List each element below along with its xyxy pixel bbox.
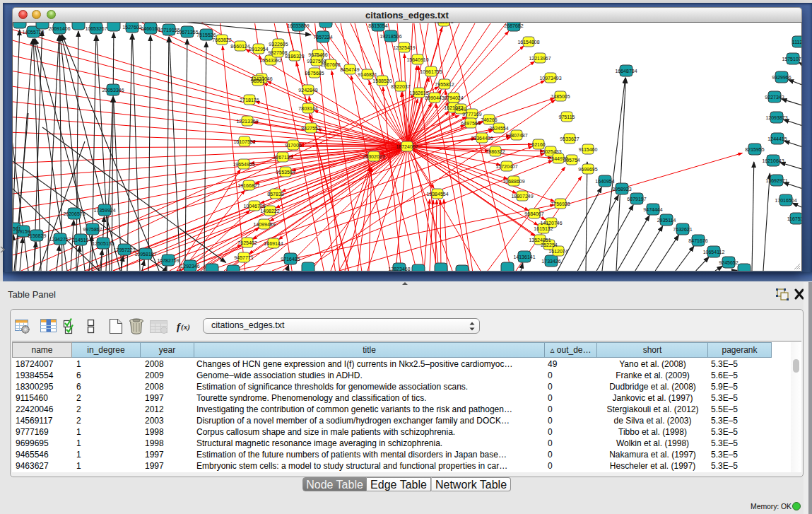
svg-text:17359924: 17359924 <box>93 208 115 213</box>
svg-text:1167533: 1167533 <box>787 216 801 221</box>
svg-text:10973493: 10973493 <box>539 76 561 81</box>
svg-text:17016504: 17016504 <box>775 198 796 203</box>
svg-text:6794024: 6794024 <box>444 95 463 100</box>
svg-text:8186328: 8186328 <box>285 54 304 59</box>
svg-text:7803144: 7803144 <box>298 106 317 111</box>
svg-text:12325419: 12325419 <box>393 45 415 50</box>
svg-text:9245652: 9245652 <box>719 260 738 265</box>
svg-text:9777169: 9777169 <box>462 112 481 117</box>
svg-text:8990443: 8990443 <box>425 95 444 100</box>
svg-text:2935114: 2935114 <box>657 218 676 223</box>
svg-text:21364436: 21364436 <box>471 136 493 141</box>
svg-text:10653267: 10653267 <box>85 26 107 31</box>
svg-text:14136141: 14136141 <box>513 255 535 259</box>
svg-text:114519: 114519 <box>73 238 89 243</box>
svg-text:8675685: 8675685 <box>305 71 324 76</box>
svg-text:8471676: 8471676 <box>688 238 707 243</box>
svg-text:9329966: 9329966 <box>772 75 791 80</box>
svg-text:2718176: 2718176 <box>240 98 259 103</box>
svg-text:8660124: 8660124 <box>230 44 249 49</box>
svg-text:9533627: 9533627 <box>560 136 579 141</box>
svg-text:1362615: 1362615 <box>409 90 428 95</box>
svg-text:9832203: 9832203 <box>434 23 453 24</box>
svg-text:16154808: 16154808 <box>517 40 539 45</box>
svg-text:1156829: 1156829 <box>28 233 47 238</box>
svg-text:1469144: 1469144 <box>264 241 283 246</box>
svg-text:20206576: 20206576 <box>63 211 85 216</box>
svg-text:7625402: 7625402 <box>237 240 257 245</box>
svg-text:3267130: 3267130 <box>273 155 292 160</box>
svg-text:1292346: 1292346 <box>180 264 199 269</box>
svg-text:14099489: 14099489 <box>253 222 275 227</box>
svg-text:9242848: 9242848 <box>298 88 317 93</box>
svg-text:9457771: 9457771 <box>234 255 253 260</box>
svg-text:16033809: 16033809 <box>287 23 309 28</box>
svg-text:98961: 98961 <box>251 78 265 83</box>
svg-text:10807487: 10807487 <box>505 133 527 138</box>
svg-text:2687682: 2687682 <box>504 23 523 28</box>
svg-text:7955812: 7955812 <box>435 82 454 87</box>
svg-text:9146821: 9146821 <box>358 72 377 77</box>
svg-text:857833: 857833 <box>267 192 283 197</box>
svg-text:16107552: 16107552 <box>233 139 255 144</box>
svg-text:7515526: 7515526 <box>196 33 216 37</box>
svg-text:8958923: 8958923 <box>612 187 631 192</box>
svg-text:917006: 917006 <box>285 143 301 148</box>
svg-text:6497568: 6497568 <box>461 121 480 126</box>
svg-text:11123: 11123 <box>792 40 801 45</box>
svg-text:12213967: 12213967 <box>529 56 551 61</box>
svg-text:10961755: 10961755 <box>420 69 442 74</box>
svg-text:1527602: 1527602 <box>122 25 141 30</box>
svg-text:9474444: 9474444 <box>643 207 662 212</box>
svg-text:12505135: 12505135 <box>92 241 114 246</box>
svg-text:12823468: 12823468 <box>388 267 410 271</box>
svg-text:975115: 975115 <box>559 115 575 119</box>
svg-text:995754: 995754 <box>563 158 579 163</box>
svg-text:9684067: 9684067 <box>524 211 543 216</box>
svg-text:14055724: 14055724 <box>22 30 44 35</box>
svg-text:8322037: 8322037 <box>391 84 410 89</box>
svg-text:15692971: 15692971 <box>765 178 787 183</box>
svg-text:10671355: 10671355 <box>176 30 198 35</box>
svg-text:15640910: 15640910 <box>406 57 428 62</box>
svg-text:9322605: 9322605 <box>269 42 288 47</box>
svg-text:9153594: 9153594 <box>276 170 295 175</box>
svg-text:9699695: 9699695 <box>578 167 597 172</box>
svg-text:12342757: 12342757 <box>49 237 71 242</box>
svg-text:7485005: 7485005 <box>551 94 570 99</box>
svg-text:62160: 62160 <box>531 142 546 147</box>
svg-text:1612074: 1612074 <box>548 249 567 254</box>
svg-text:1498222: 1498222 <box>260 209 279 214</box>
svg-text:3624554: 3624554 <box>489 126 508 131</box>
svg-text:25302023: 25302023 <box>363 154 384 159</box>
svg-text:2867608: 2867608 <box>321 62 340 67</box>
svg-text:19218506: 19218506 <box>379 34 401 39</box>
svg-text:10046738: 10046738 <box>243 204 265 209</box>
svg-text:18724007: 18724007 <box>396 144 418 149</box>
svg-text:14120746: 14120746 <box>540 221 562 226</box>
svg-text:10543392: 10543392 <box>259 58 281 63</box>
svg-text:1615132: 1615132 <box>534 226 553 231</box>
svg-text:9716485: 9716485 <box>281 257 300 262</box>
svg-text:7663822: 7663822 <box>212 37 231 42</box>
svg-text:4549: 4549 <box>455 107 466 112</box>
svg-text:18807249: 18807249 <box>511 194 533 199</box>
svg-text:9227343: 9227343 <box>765 95 784 100</box>
svg-text:13524851: 13524851 <box>529 238 551 243</box>
svg-text:12093873: 12093873 <box>765 115 787 120</box>
svg-text:7632621: 7632621 <box>673 227 692 232</box>
svg-text:20691406: 20691406 <box>48 26 70 31</box>
svg-text:16210643: 16210643 <box>762 158 784 163</box>
svg-text:(x): (x) <box>181 322 190 332</box>
svg-text:17957223: 17957223 <box>113 247 135 252</box>
svg-text:16648784: 16648784 <box>615 69 637 74</box>
svg-text:15751074: 15751074 <box>782 57 801 62</box>
svg-text:19166827: 19166827 <box>237 183 259 188</box>
svg-text:8454749: 8454749 <box>340 67 359 72</box>
svg-text:15720407: 15720407 <box>495 164 517 169</box>
svg-text:7357224: 7357224 <box>313 35 332 40</box>
svg-text:9675466: 9675466 <box>308 52 327 57</box>
svg-text:1244415: 1244415 <box>767 136 787 141</box>
svg-text:9115460: 9115460 <box>579 147 598 152</box>
svg-text:1588520: 1588520 <box>372 78 392 83</box>
